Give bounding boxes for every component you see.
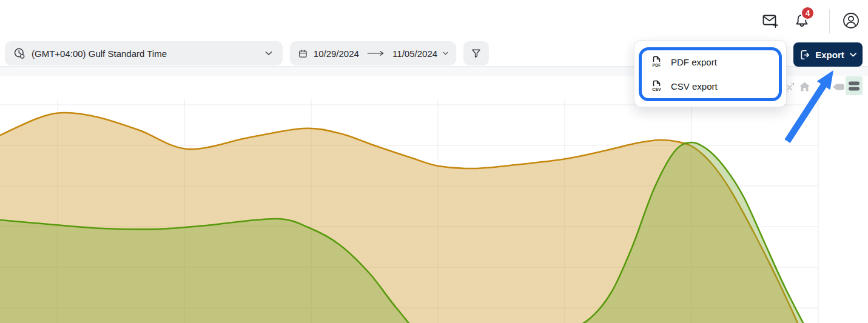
timezone-select[interactable]: (GMT+04:00) Gulf Standard Time — [5, 41, 283, 65]
date-range-picker[interactable]: 10/29/2024 11/05/2024 — [290, 41, 456, 65]
pan-left-icon — [832, 82, 846, 92]
profile-button[interactable] — [841, 10, 861, 31]
home-reset-button[interactable] — [798, 81, 811, 93]
arrow-right-icon — [366, 50, 385, 57]
chevron-down-icon — [849, 52, 857, 58]
svg-text:CSV: CSV — [652, 87, 661, 92]
page: 4 (GMT+04:00) Gulf Standard Time 10/29/2… — [0, 0, 868, 323]
topbar-divider — [829, 9, 830, 33]
menu-item-pdf-export[interactable]: PDF PDF export — [642, 50, 779, 74]
mail-plus-icon — [761, 12, 779, 30]
chart-menu-icon — [847, 79, 861, 93]
csv-file-icon: CSV — [650, 79, 662, 93]
export-dropdown-menu: PDF PDF export CSV CSV export — [634, 40, 787, 107]
chevron-down-icon — [264, 50, 273, 56]
chevron-down-icon — [442, 50, 449, 56]
notification-badge: 4 — [801, 6, 815, 20]
pdf-file-icon: PDF — [650, 55, 662, 68]
filter-button[interactable] — [463, 41, 489, 65]
svg-text:PDF: PDF — [653, 63, 662, 67]
filter-funnel-icon — [470, 47, 482, 59]
pan-button[interactable] — [832, 82, 846, 92]
user-avatar-icon — [841, 11, 861, 30]
menu-item-csv-export[interactable]: CSV CSV export — [642, 74, 779, 98]
timezone-value: (GMT+04:00) Gulf Standard Time — [32, 48, 167, 59]
home-icon — [798, 81, 811, 93]
compose-mail-button[interactable] — [761, 11, 780, 30]
chart-menu-button[interactable] — [846, 76, 863, 95]
export-file-icon — [799, 49, 810, 61]
menu-item-label: PDF export — [671, 57, 717, 67]
calendar-icon — [298, 48, 308, 59]
menu-item-label: CSV export — [671, 81, 718, 92]
date-start: 10/29/2024 — [314, 48, 359, 59]
export-button[interactable]: Export — [793, 42, 863, 67]
clock-timezone-icon — [13, 47, 25, 59]
date-end: 11/05/2024 — [392, 48, 437, 59]
export-button-label: Export — [815, 50, 844, 60]
